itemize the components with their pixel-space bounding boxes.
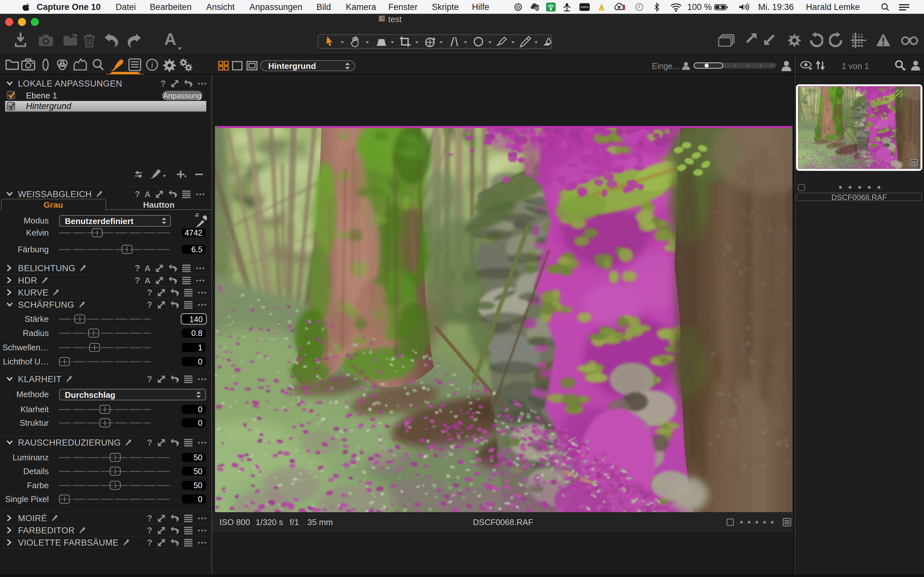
svg-text:i: i <box>151 60 153 69</box>
svg-text:A: A <box>164 31 176 48</box>
svg-text:GoPro: GoPro <box>580 5 589 9</box>
